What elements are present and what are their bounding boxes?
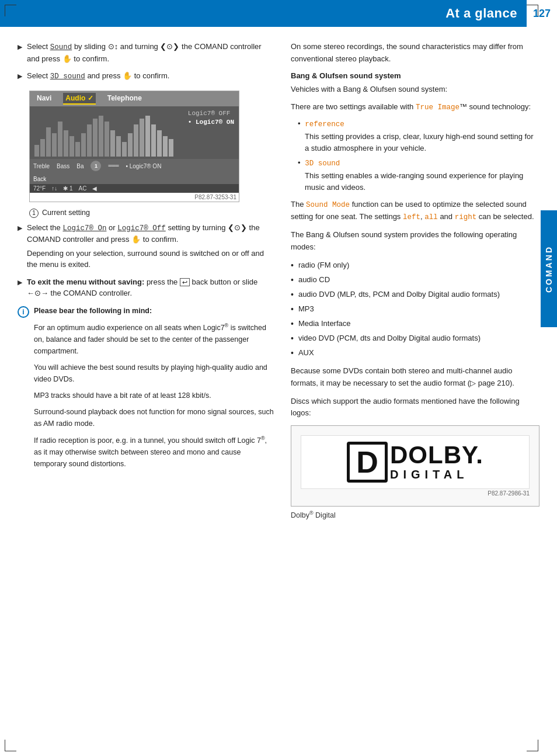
dolby-name: DOLBY. [390, 443, 483, 467]
dolby-caption: Dolby® Digital [291, 510, 539, 519]
mode-text-5: Media Interface [298, 318, 351, 330]
bullet-item-3: ▶ Select the Logic7® On or Logic7® Off s… [18, 222, 274, 271]
fan-display: ↑↓ [51, 185, 57, 192]
mode-dot-3: • [291, 289, 294, 301]
bullet-arrow-4: ▶ [18, 278, 22, 287]
info-block: i Please bear the following in mind: For… [18, 305, 274, 474]
all-code: all [424, 213, 438, 221]
ba-label: Ba [76, 163, 83, 169]
screenshot-box: Navi Audio ✓ Telephone [29, 91, 239, 202]
mode-item-dvd: • audio DVD (MLP, dts, PCM and Dolby Dig… [291, 289, 539, 301]
bullet-item-4: ▶ To exit the menu without saving: press… [18, 276, 274, 299]
mode-item-videodvd: • video DVD (PCM, dts and Dolby Digital … [291, 332, 539, 345]
info-para-1: For an optimum audio experience on all s… [34, 321, 274, 357]
bullet-arrow-2: ▶ [18, 71, 22, 81]
bullet-text-2: Select 3D sound and press ✋ to confirm. [27, 70, 169, 82]
info-icon: i [18, 306, 29, 318]
mode-item-mp3: • MP3 [291, 303, 539, 315]
info-para-5: If radio reception is poor, e.g. in a tu… [34, 434, 274, 470]
mode-text-1: radio (FM only) [298, 259, 349, 271]
page-title: At a glance [445, 6, 527, 21]
mode-dot-2: • [291, 274, 294, 286]
screenshot-reference: P82.87-3253-31 [30, 193, 239, 202]
control-circle-1: 1 [90, 161, 101, 171]
arrow-display: ◀ [92, 185, 97, 192]
dolby-logo-area: D DOLBY. DIGITAL [301, 435, 530, 489]
info-text: Please bear the following in mind: For a… [34, 305, 274, 474]
3d-sound-code: 3D sound [50, 72, 85, 81]
mode-dot-7: • [291, 347, 294, 359]
mode-text-2: audio CD [298, 274, 330, 286]
mode-item-media: • Media Interface [291, 318, 539, 330]
reference-bullet: • reference This setting provides a cris… [298, 119, 539, 154]
mode-dot-5: • [291, 318, 294, 330]
screenshot-inner: Navi Audio ✓ Telephone [30, 91, 239, 193]
logic7-on-label: • Logic7® ON [188, 119, 234, 126]
menu-audio: Audio ✓ [63, 93, 95, 105]
bullet-item-1: ▶ Select Sound by sliding ⊙↕ and turning… [18, 41, 274, 64]
corner-marker-tl [5, 5, 16, 16]
bullet-item-2: ▶ Select 3D sound and press ✋ to confirm… [18, 70, 274, 82]
3dsound-bullet: • 3D sound This setting enables a wide-r… [298, 158, 539, 193]
caption-text: Current setting [42, 208, 90, 219]
trueimage-code: True Image [416, 103, 459, 112]
bullet-arrow-1: ▶ [18, 42, 22, 52]
bass-label: Bass [57, 163, 69, 169]
mode-item-cd: • audio CD [291, 274, 539, 286]
mode-text-6: video DVD (PCM, dts and Dolby Digital au… [298, 332, 481, 344]
mode-text-4: MP3 [298, 303, 314, 315]
side-tab-label: COMAND [544, 245, 553, 293]
bullet-text-4: To exit the menu without saving: press t… [27, 276, 274, 299]
left-code: left [403, 213, 420, 221]
reference-bullet-dot: • [298, 119, 301, 128]
mode-item-radio: • radio (FM only) [291, 259, 539, 272]
3dsound-code: 3D sound [305, 159, 340, 168]
reference-code: reference [305, 120, 344, 129]
reference-bullet-header: • reference [298, 119, 539, 129]
dolby-ref: P82.87-2986-31 [301, 489, 530, 497]
bullet-arrow-3: ▶ [18, 223, 22, 233]
main-content: ▶ Select Sound by sliding ⊙↕ and turning… [0, 27, 557, 533]
dvd-para: Because some DVDs contain both stereo an… [291, 365, 539, 390]
mode-dot-4: • [291, 303, 294, 315]
left-column: ▶ Select Sound by sliding ⊙↕ and turning… [18, 41, 274, 519]
corner-marker-bl [5, 740, 16, 751]
header-bar: At a glance 127 [0, 0, 557, 27]
section-intro: Vehicles with a Bang & Olufsen sound sys… [291, 84, 539, 96]
dial-indicator: ═══ [108, 163, 119, 169]
info-para-3: MP3 tracks should have a bit rate of at … [34, 390, 274, 401]
screenshot-controls-bar: Treble Bass Ba 1 ═══ • Logic7® ON [30, 159, 239, 173]
back-button-icon: ↩ [180, 278, 190, 286]
3dsound-bullet-header: • 3D sound [298, 158, 539, 168]
mode-dot-6: • [291, 332, 294, 345]
corner-marker-br [527, 740, 538, 751]
logic-on-small: • Logic7® ON [126, 163, 161, 169]
screenshot-status-bar: 72°F ↑↓ ✱ 1 AC ◀ [30, 184, 239, 193]
temp-display: 72°F [33, 185, 46, 192]
mode-text-7: AUX [298, 347, 314, 359]
bullet-text-1: Select Sound by sliding ⊙↕ and turning ❮… [27, 41, 274, 64]
info-para-2: You will achieve the best sound results … [34, 362, 274, 385]
exit-bold-text: To exit the menu without saving: [27, 278, 144, 286]
side-tab-comand: COMAND [541, 210, 557, 327]
section-heading: Bang & Olufsen sound system [291, 71, 539, 80]
screenshot-menu-bar: Navi Audio ✓ Telephone [30, 91, 239, 106]
mode-text-3: audio DVD (MLP, dts, PCM and Dolby Digit… [298, 289, 500, 300]
operating-modes-list: • radio (FM only) • audio CD • audio DVD… [291, 259, 539, 359]
right-code: right [455, 213, 477, 221]
3dsound-bullet-text: This setting enables a wide-ranging soun… [298, 170, 539, 193]
star-display: ✱ 1 [63, 185, 72, 192]
info-header: Please bear the following in mind: [34, 305, 274, 317]
caption-item: 1 Current setting [29, 208, 274, 219]
treble-label: Treble [33, 163, 50, 169]
menu-navi: Navi [34, 93, 54, 105]
back-button-row: Back [30, 173, 239, 184]
trueimage-para: There are two settings available with Tr… [291, 101, 539, 113]
mode-dot-1: • [291, 259, 294, 272]
circle-number: 1 [29, 209, 39, 218]
right-column: On some stereo recordings, the sound cha… [291, 41, 539, 519]
dolby-d-box: D [347, 442, 388, 483]
dolby-d-char: D [356, 447, 378, 477]
dolby-text-area: DOLBY. DIGITAL [390, 443, 483, 481]
bullet3-extra: Depending on your selection, surround so… [27, 248, 274, 271]
